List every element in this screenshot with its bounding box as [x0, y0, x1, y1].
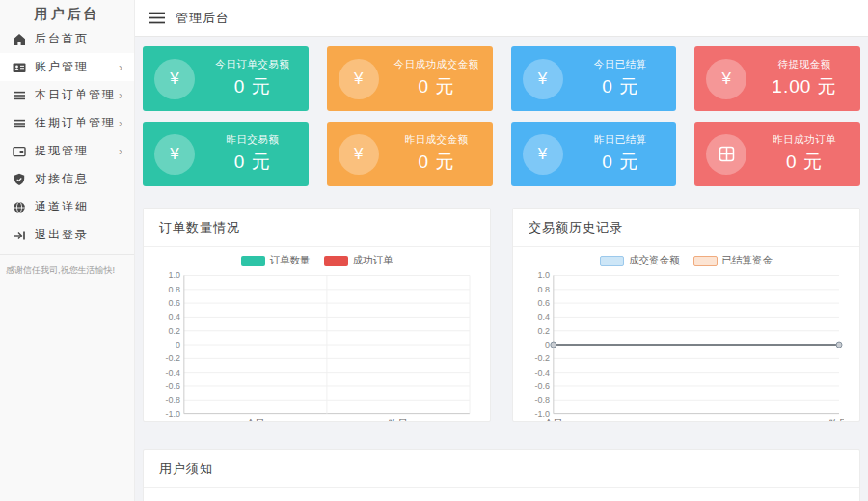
stat-card-value: 1.00 元: [760, 74, 849, 99]
stat-card: ¥ 昨日成交金额 0 元: [327, 122, 493, 186]
legend-item[interactable]: 已结算资金: [693, 254, 773, 267]
stat-card-label: 今日已结算: [576, 58, 665, 71]
stat-card: ¥ 今日订单交易额 0 元: [143, 46, 309, 111]
home-icon: [12, 32, 26, 46]
sidebar-footer-note: 感谢信任我司,祝您生活愉快!: [0, 264, 134, 277]
svg-text:1.0: 1.0: [168, 270, 179, 280]
svg-text:昨日: 昨日: [389, 418, 408, 422]
globe-icon: [12, 200, 26, 214]
main-area: 管理后台 ¥ 今日订单交易额 0 元 ¥ 今日成功成交金额 0 元 ¥ 今日已结…: [135, 0, 868, 501]
user-card-icon: [12, 60, 26, 74]
svg-text:-0.6: -0.6: [534, 381, 549, 391]
sidebar-item-label: 提现管理: [35, 143, 119, 159]
legend-swatch: [241, 256, 265, 266]
legend-label: 成功订单: [353, 254, 393, 267]
stat-card-value: 0 元: [760, 150, 849, 175]
chevron-right-icon: ›: [119, 145, 126, 158]
sidebar-item-label: 后台首页: [35, 31, 122, 47]
svg-text:0: 0: [545, 340, 550, 349]
sidebar-item-label: 对接信息: [35, 171, 122, 187]
sidebar: 用户后台 后台首页 账户管理 › 本日订单管理 › 往期订单管理 › 提现管理 …: [0, 0, 135, 501]
topbar-title: 管理后台: [176, 10, 230, 27]
chart-title: 订单数量情况: [144, 209, 490, 247]
sidebar-divider: [0, 254, 134, 255]
chart-card: 交易额历史记录 成交资金额已结算资金 1.00.80.60.40.20-0.2-…: [512, 208, 860, 422]
legend-swatch: [324, 256, 348, 266]
stat-card: ¥ 待提现金额 1.00 元: [694, 46, 860, 111]
sidebar-item-3[interactable]: 本日订单管理 ›: [0, 81, 134, 109]
withdraw-icon: [12, 144, 26, 158]
svg-text:-0.4: -0.4: [165, 368, 179, 377]
svg-text:今日: 今日: [544, 418, 563, 422]
topbar: 管理后台: [135, 0, 868, 37]
stat-card: ¥ 今日成功成交金额 0 元: [327, 46, 493, 111]
logout-icon: [12, 228, 26, 242]
stat-card-label: 待提现金额: [760, 58, 849, 71]
svg-text:-0.8: -0.8: [165, 395, 179, 404]
svg-text:昨日: 昨日: [829, 418, 844, 422]
stat-card-label: 昨日成交金额: [393, 133, 481, 147]
legend-item[interactable]: 成功订单: [324, 254, 393, 267]
chevron-right-icon: ›: [119, 89, 126, 102]
stat-card-value: 0 元: [208, 150, 297, 175]
legend-swatch: [600, 256, 624, 266]
grid-icon: [706, 134, 746, 175]
list-icon: [12, 116, 26, 130]
stat-card-label: 今日成功成交金额: [393, 58, 481, 71]
legend-label: 成交资金额: [629, 254, 680, 267]
sidebar-item-5[interactable]: 提现管理 ›: [0, 137, 134, 165]
chevron-right-icon: ›: [119, 117, 126, 130]
stat-card-label: 今日订单交易额: [208, 58, 297, 71]
sidebar-item-4[interactable]: 往期订单管理 ›: [0, 109, 134, 137]
svg-text:-0.4: -0.4: [534, 368, 549, 377]
svg-text:-0.8: -0.8: [534, 395, 549, 404]
yen-icon: ¥: [706, 59, 746, 99]
sidebar-item-6[interactable]: 对接信息: [0, 165, 134, 193]
svg-text:-0.2: -0.2: [534, 353, 549, 363]
stat-card: ¥ 昨日已结算 0 元: [511, 122, 677, 186]
sidebar-menu: 后台首页 账户管理 › 本日订单管理 › 往期订单管理 › 提现管理 › 对接信…: [0, 25, 134, 249]
chart-card: 订单数量情况 订单数量成功订单 1.00.80.60.40.20-0.2-0.4…: [143, 208, 491, 422]
list-icon: [12, 88, 26, 102]
chart-canvas: 1.00.80.60.40.20-0.2-0.4-0.6-0.8-1.0今日昨日: [159, 269, 475, 422]
content-area: ¥ 今日订单交易额 0 元 ¥ 今日成功成交金额 0 元 ¥ 今日已结算 0 元…: [135, 37, 868, 501]
svg-text:-0.2: -0.2: [165, 353, 179, 363]
chart-title: 交易额历史记录: [513, 209, 859, 247]
legend-label: 已结算资金: [722, 254, 773, 267]
app-window: 用户后台 后台首页 账户管理 › 本日订单管理 › 往期订单管理 › 提现管理 …: [0, 0, 868, 501]
chart-legend: 成交资金额已结算资金: [529, 254, 844, 267]
legend-swatch: [693, 256, 718, 266]
yen-icon: ¥: [339, 134, 379, 175]
stat-card: ¥ 昨日交易额 0 元: [143, 122, 309, 186]
sidebar-item-label: 往期订单管理: [35, 115, 119, 131]
sidebar-item-label: 本日订单管理: [35, 87, 119, 103]
svg-text:0.6: 0.6: [537, 298, 549, 308]
stat-card-label: 昨日交易额: [208, 133, 297, 147]
sidebar-item-7[interactable]: 通道详细: [0, 193, 134, 221]
legend-item[interactable]: 成交资金额: [600, 254, 680, 267]
stat-card: ¥ 今日已结算 0 元: [511, 46, 677, 111]
svg-text:1.0: 1.0: [537, 270, 549, 280]
svg-text:-1.0: -1.0: [165, 409, 179, 419]
shield-icon: [12, 172, 26, 186]
chart-plot: 1.00.80.60.40.20-0.2-0.4-0.6-0.8-1.0今日昨日: [159, 269, 475, 422]
stat-card-value: 0 元: [208, 74, 297, 99]
notice-title: 用户须知: [144, 450, 859, 488]
sidebar-item-label: 退出登录: [35, 227, 122, 243]
legend-label: 订单数量: [270, 254, 311, 267]
notice-card: 用户须知: [143, 449, 860, 501]
svg-text:0.4: 0.4: [537, 312, 549, 321]
chart-legend: 订单数量成功订单: [159, 254, 475, 267]
svg-text:0.2: 0.2: [168, 326, 179, 336]
sidebar-item-1[interactable]: 后台首页: [0, 25, 134, 53]
stat-card-label: 昨日成功订单: [760, 133, 849, 147]
sidebar-item-label: 账户管理: [35, 59, 119, 75]
stat-card-value: 0 元: [576, 74, 665, 99]
sidebar-item-label: 通道详细: [35, 199, 122, 215]
sidebar-item-8[interactable]: 退出登录: [0, 221, 134, 249]
sidebar-item-2[interactable]: 账户管理 ›: [0, 53, 134, 81]
legend-item[interactable]: 订单数量: [241, 254, 311, 267]
stat-card-value: 0 元: [576, 150, 665, 175]
menu-toggle-icon[interactable]: [149, 12, 165, 24]
svg-text:-0.6: -0.6: [165, 381, 179, 391]
